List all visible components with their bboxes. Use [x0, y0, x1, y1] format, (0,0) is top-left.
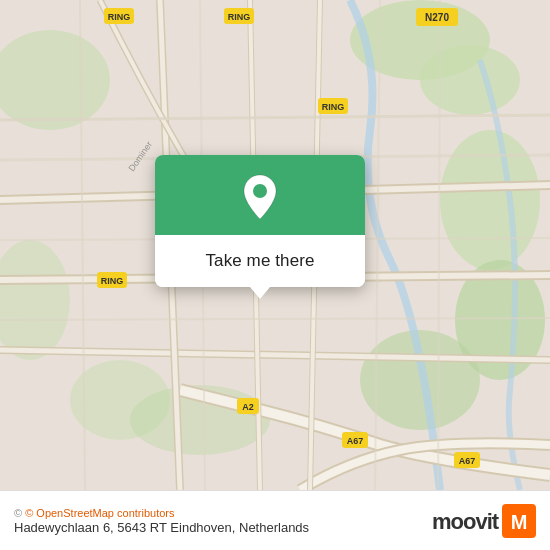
address-section: © © OpenStreetMap contributors Hadewychl…: [14, 507, 309, 535]
moovit-logo: moovit M: [430, 503, 536, 539]
location-popup: Take me there: [155, 155, 365, 287]
map-container: N270 RING RING RING RING RING A2 A67 A67…: [0, 0, 550, 490]
svg-text:A67: A67: [459, 456, 476, 466]
svg-text:RING: RING: [101, 276, 124, 286]
svg-point-2: [420, 45, 520, 115]
svg-point-49: [253, 184, 267, 198]
bottom-bar: © © OpenStreetMap contributors Hadewychl…: [0, 490, 550, 550]
svg-text:N270: N270: [425, 12, 449, 23]
popup-arrow: [250, 287, 270, 299]
svg-point-4: [440, 130, 540, 270]
location-pin-icon: [241, 173, 279, 221]
take-me-there-button[interactable]: Take me there: [155, 235, 365, 287]
svg-text:M: M: [511, 511, 528, 533]
copyright-symbol: ©: [14, 507, 25, 519]
svg-text:RING: RING: [108, 12, 131, 22]
popup-header: [155, 155, 365, 235]
svg-text:A2: A2: [242, 402, 254, 412]
svg-text:RING: RING: [322, 102, 345, 112]
svg-text:A67: A67: [347, 436, 364, 446]
copyright-line: © © OpenStreetMap contributors: [14, 507, 309, 519]
svg-text:RING: RING: [228, 12, 251, 22]
osm-link[interactable]: © OpenStreetMap contributors: [25, 507, 174, 519]
moovit-logo-icon: moovit: [430, 503, 500, 539]
moovit-m-icon: M: [502, 504, 536, 538]
address-text: Hadewychlaan 6, 5643 RT Eindhoven, Nethe…: [14, 520, 309, 535]
